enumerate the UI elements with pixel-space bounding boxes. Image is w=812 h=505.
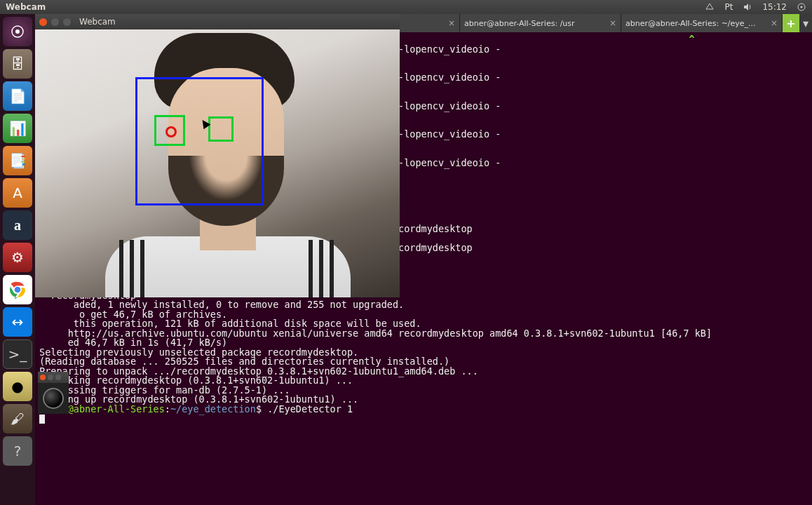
pupil-detection-circle xyxy=(165,126,177,137)
terminal-prompt: abner@abner-All-Series:~/eye_detection$ … xyxy=(39,403,353,415)
launcher-chrome[interactable] xyxy=(3,275,32,304)
active-app-title: Webcam xyxy=(0,2,705,12)
close-icon[interactable]: × xyxy=(771,18,778,28)
tab-label: abner@abner-All-Series: /usr xyxy=(464,19,575,28)
launcher-dash[interactable] xyxy=(3,17,32,46)
minimize-icon[interactable] xyxy=(48,375,53,380)
launcher-amazon[interactable]: a xyxy=(3,210,32,240)
top-panel: Webcam Pt 15:12 xyxy=(0,0,812,14)
webcam-view xyxy=(35,29,400,297)
close-icon[interactable] xyxy=(39,18,47,26)
terminal-tab-2[interactable]: abner@abner-All-Series: /usr × xyxy=(460,14,621,32)
record-titlebar[interactable] xyxy=(38,372,69,383)
launcher-record[interactable]: ● xyxy=(3,372,32,401)
svg-point-3 xyxy=(15,29,20,34)
recordmydesktop-window xyxy=(38,372,69,414)
launcher-terminal[interactable]: >_ xyxy=(3,339,32,369)
launcher-impress[interactable]: 📑 xyxy=(3,146,32,175)
network-icon[interactable] xyxy=(705,2,715,12)
launcher-files[interactable]: 🗄 xyxy=(3,49,32,79)
tab-label: abner@abner-All-Series: ~/eye_... xyxy=(625,19,756,28)
close-icon[interactable] xyxy=(40,375,46,380)
launcher: 🗄 📄 📊 📑 A a ⚙ ↔ >_ ● 🖌 ? xyxy=(0,14,35,505)
record-orb-icon xyxy=(43,388,64,409)
clock[interactable]: 15:12 xyxy=(762,2,787,12)
eye-detection-rect-right xyxy=(208,116,234,142)
svg-point-1 xyxy=(801,6,803,8)
webcam-window: Webcam xyxy=(35,14,400,297)
sound-icon[interactable] xyxy=(743,2,752,12)
webcam-title: Webcam xyxy=(79,17,116,27)
terminal-cursor xyxy=(39,415,45,424)
launcher-settings[interactable]: ⚙ xyxy=(3,243,32,272)
launcher-help[interactable]: ? xyxy=(3,436,32,466)
close-icon[interactable]: × xyxy=(609,18,616,28)
session-icon[interactable] xyxy=(797,2,806,12)
close-icon[interactable]: × xyxy=(448,18,455,28)
launcher-writer[interactable]: 📄 xyxy=(3,81,32,111)
launcher-teamviewer[interactable]: ↔ xyxy=(3,307,32,337)
terminal-tab-3[interactable]: abner@abner-All-Series: ~/eye_... × xyxy=(621,14,783,32)
maximize-icon[interactable] xyxy=(55,375,61,380)
new-tab-button[interactable]: + xyxy=(783,14,799,32)
launcher-calc[interactable]: 📊 xyxy=(3,114,32,143)
webcam-titlebar[interactable]: Webcam xyxy=(35,14,400,29)
minimize-icon[interactable] xyxy=(51,18,59,26)
launcher-software[interactable]: A xyxy=(3,178,32,208)
keyboard-indicator[interactable]: Pt xyxy=(724,2,733,12)
tabs-dropdown[interactable]: ▾ xyxy=(799,14,812,32)
record-preview[interactable] xyxy=(38,383,69,414)
launcher-gimp[interactable]: 🖌 xyxy=(3,404,32,433)
maximize-icon[interactable] xyxy=(63,18,71,26)
